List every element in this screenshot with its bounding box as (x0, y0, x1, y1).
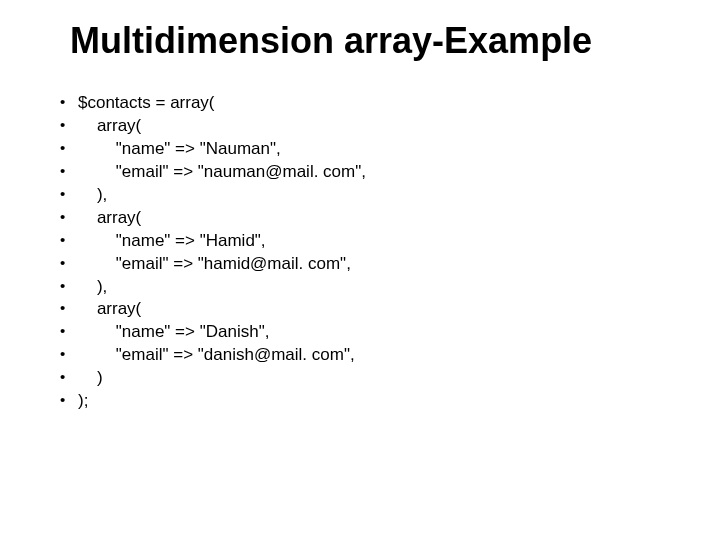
code-text: array( (78, 207, 141, 230)
code-line: • array( (60, 115, 670, 138)
code-text: array( (78, 298, 141, 321)
code-line: • "email" => "hamid@mail. com", (60, 253, 670, 276)
code-line: • "name" => "Danish", (60, 321, 670, 344)
code-text: "name" => "Nauman", (78, 138, 281, 161)
bullet-icon: • (60, 367, 78, 387)
code-text: ); (78, 390, 88, 413)
code-line: • ), (60, 276, 670, 299)
code-line: • "name" => "Hamid", (60, 230, 670, 253)
code-text: ), (78, 184, 107, 207)
bullet-icon: • (60, 115, 78, 135)
code-line: • array( (60, 207, 670, 230)
code-text: "email" => "danish@mail. com", (78, 344, 355, 367)
code-line: •$contacts = array( (60, 92, 670, 115)
bullet-icon: • (60, 253, 78, 273)
bullet-icon: • (60, 276, 78, 296)
bullet-icon: • (60, 321, 78, 341)
bullet-icon: • (60, 207, 78, 227)
bullet-icon: • (60, 344, 78, 364)
code-line: • ) (60, 367, 670, 390)
code-line: •); (60, 390, 670, 413)
code-line: • "email" => "nauman@mail. com", (60, 161, 670, 184)
code-text: ), (78, 276, 107, 299)
code-line: • ), (60, 184, 670, 207)
code-line: • "name" => "Nauman", (60, 138, 670, 161)
code-text: $contacts = array( (78, 92, 215, 115)
code-text: "name" => "Danish", (78, 321, 269, 344)
bullet-icon: • (60, 390, 78, 410)
code-text: array( (78, 115, 141, 138)
code-text: "email" => "nauman@mail. com", (78, 161, 366, 184)
bullet-icon: • (60, 184, 78, 204)
bullet-icon: • (60, 92, 78, 112)
bullet-icon: • (60, 298, 78, 318)
bullet-icon: • (60, 161, 78, 181)
code-block: •$contacts = array( • array( • "name" =>… (60, 92, 670, 413)
code-text: "name" => "Hamid", (78, 230, 266, 253)
bullet-icon: • (60, 230, 78, 250)
slide-title: Multidimension array-Example (70, 20, 670, 62)
bullet-icon: • (60, 138, 78, 158)
code-text: "email" => "hamid@mail. com", (78, 253, 351, 276)
code-line: • array( (60, 298, 670, 321)
code-text: ) (78, 367, 103, 390)
code-line: • "email" => "danish@mail. com", (60, 344, 670, 367)
